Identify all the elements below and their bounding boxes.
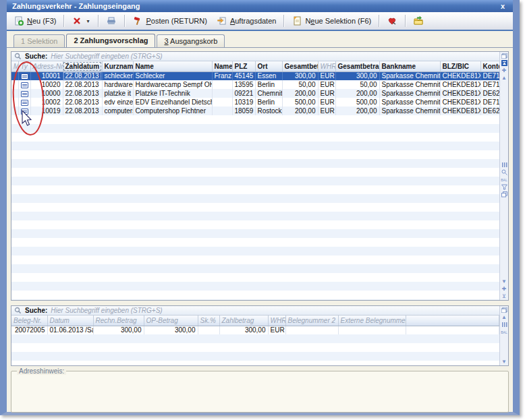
empty-rows-area xyxy=(11,115,499,300)
col-op-betrag: OP-Betrag xyxy=(144,316,198,326)
table-row[interactable]: 10019 22.08.2013 computersh Computershop… xyxy=(11,107,499,115)
payment-proposal-grid: Suche: Hier Suchbegriff eingeben (STRG+S… xyxy=(11,51,509,301)
toolbar-separator xyxy=(124,15,125,27)
col-zahldatum: Zahldatum xyxy=(63,61,102,71)
detail-grid-search[interactable]: Suche: Hier Suchbegriff eingeben (STRG+S… xyxy=(11,306,499,316)
search-placeholder: Hier Suchbegriff eingeben (STRG+S) xyxy=(51,53,162,60)
main-grid-search[interactable]: Suche: Hier Suchbegriff eingeben (STRG+S… xyxy=(11,52,499,61)
outbox-folder-button[interactable] xyxy=(409,13,428,28)
col-beleg-nr: Beleg-Nr. xyxy=(11,316,47,326)
scroll-up-icon[interactable]: ▲ xyxy=(501,313,508,321)
orders-button[interactable]: Auftragsdaten xyxy=(213,13,281,28)
row-up-icon[interactable]: ✚ xyxy=(501,67,508,74)
col-kurzname: Kurzname xyxy=(102,61,133,71)
address-note-content xyxy=(11,377,508,380)
new-selection-button[interactable]: Neue Selektion (F6) xyxy=(287,13,375,28)
main-grid-table: M Ty Adress-Nr. Zahldatum Kurzname Name … xyxy=(11,61,499,115)
payment-type-icon xyxy=(21,91,28,97)
delete-x-icon xyxy=(72,16,82,26)
balance-tool-icon[interactable]: BAL xyxy=(501,328,508,336)
content-panel: Suche: Hier Suchbegriff eingeben (STRG+S… xyxy=(7,47,513,412)
col-externe-belegnummer: Externe Belegnummer xyxy=(338,316,406,326)
titlebar[interactable]: Zahlungsverkehr - Zahlungseingang x xyxy=(7,0,513,12)
tab-zahlungsvorschlag[interactable]: 2 Zahlungsvorschlag xyxy=(66,34,155,48)
detail-grid-sidebar: ▲ BAL ▼ xyxy=(499,306,508,365)
close-button[interactable]: x xyxy=(498,2,507,10)
tab-ausgangskorb[interactable]: 3 Ausgangskorb xyxy=(157,34,225,47)
col-datum: Datum xyxy=(47,316,93,326)
table-row[interactable]: 10000 22.08.2013 platzke it Platzke IT-T… xyxy=(11,89,499,98)
hammer-icon xyxy=(132,16,143,26)
col-plz: PLZ xyxy=(232,61,255,71)
payment-type-icon xyxy=(21,109,28,115)
new-button[interactable]: Neu (F3) xyxy=(9,13,60,28)
table-row[interactable]: 10020 22.08.2013 hardwareca Hardwarecamp… xyxy=(11,80,499,89)
payment-type-icon xyxy=(21,82,28,88)
search-label: Suche: xyxy=(25,307,47,314)
col-belegnummer2: Belegnummer 2 xyxy=(285,316,338,326)
app-window: Zahlungsverkehr - Zahlungseingang x Neu … xyxy=(0,0,520,415)
delete-dropdown[interactable]: ▾ xyxy=(85,18,90,24)
col-m: M xyxy=(11,61,18,71)
tab-bar: 1 Selektion 2 Zahlungsvorschlag 3 Ausgan… xyxy=(7,31,513,47)
grid-columns-popup-icon[interactable] xyxy=(501,52,508,59)
toolbar-separator xyxy=(379,15,379,27)
filter-tool-icon[interactable] xyxy=(501,183,508,191)
print-button[interactable] xyxy=(102,13,121,28)
address-note-label: Adresshinweis: xyxy=(17,367,66,375)
duplicate-view-icon[interactable] xyxy=(501,191,508,198)
main-grid-header-row[interactable]: M Ty Adress-Nr. Zahldatum Kurzname Name … xyxy=(11,61,499,71)
new-page-icon xyxy=(13,16,24,26)
table-row[interactable]: 10002 22.08.2013 edv einzel EDV Einzelha… xyxy=(11,98,499,107)
tab-selektion[interactable]: 1 Selektion xyxy=(13,34,65,47)
post-button[interactable]: Posten (RETURN) xyxy=(128,13,211,28)
folder-icon xyxy=(413,16,424,26)
search-label: Suche: xyxy=(25,53,47,60)
col-gesamtbetrag-euro: Gesamtbetrag Euro xyxy=(335,61,379,71)
delete-button[interactable]: ▾ xyxy=(67,13,94,28)
go-last-row-icon[interactable]: ⊻ xyxy=(501,293,508,300)
col-bankname: Bankname xyxy=(379,61,440,71)
scroll-up-icon[interactable]: ▲ xyxy=(501,74,508,82)
col-ort: Ort xyxy=(255,61,282,71)
col-konto: Konto xyxy=(480,61,499,71)
col-name: Name xyxy=(133,61,212,71)
col-whr: WHR xyxy=(318,61,335,71)
col-zahlbetrag: Zahlbetrag xyxy=(219,316,268,326)
table-row[interactable]: 20072005 01.06.2013 /Sa 300,00 300,00 30… xyxy=(11,326,499,334)
favorites-button[interactable] xyxy=(383,13,402,28)
balance-tool-icon[interactable]: BAL xyxy=(501,176,508,183)
heart-icon xyxy=(387,16,397,26)
row-down-icon[interactable]: ✚ xyxy=(501,285,508,293)
search-icon xyxy=(14,307,22,314)
search-placeholder: Hier Suchbegriff eingeben (STRG+S) xyxy=(51,307,162,314)
detail-grid-table: Beleg-Nr. Datum Rechn.Betrag OP-Betrag S… xyxy=(11,316,499,334)
detail-grid-header-row[interactable]: Beleg-Nr. Datum Rechn.Betrag OP-Betrag S… xyxy=(11,316,499,326)
payment-type-icon xyxy=(21,100,28,106)
col-gesamtbetrag: Gesamtbetrag xyxy=(282,61,318,71)
toolbar: Neu (F3) ▾ Posten (RETURN) Auftrags xyxy=(7,12,513,31)
col-blz-bic: BLZ/BIC xyxy=(440,61,480,71)
main-grid-sidebar: ✚ ▲ BAL ▼ ✚ ⊻ xyxy=(499,52,508,300)
col-whr: WHR xyxy=(268,316,285,326)
col-adress-nr: Adress-Nr. xyxy=(30,61,63,71)
go-first-row-icon[interactable] xyxy=(501,59,508,67)
toolbar-separator xyxy=(405,15,406,27)
search-tool-icon[interactable] xyxy=(501,169,508,176)
table-row[interactable]: 10001 22.08.2013 schlecker Schlecker Fra… xyxy=(11,71,499,80)
column-layout-icon[interactable] xyxy=(501,321,508,328)
open-items-grid: Suche: Hier Suchbegriff eingeben (STRG+S… xyxy=(11,305,509,366)
col-rechn-betrag: Rechn.Betrag xyxy=(93,316,144,326)
scroll-down-icon[interactable]: ▼ xyxy=(501,358,508,365)
col-ty: Ty xyxy=(18,61,30,71)
address-note-box: Adresshinweis: xyxy=(11,371,509,413)
col-name2: Name 2 xyxy=(212,61,232,71)
payment-type-icon xyxy=(21,73,28,80)
column-layout-icon[interactable] xyxy=(501,161,508,169)
window-title: Zahlungsverkehr - Zahlungseingang xyxy=(12,2,498,10)
grid-columns-popup-icon[interactable] xyxy=(501,306,508,313)
scroll-down-icon[interactable]: ▼ xyxy=(501,278,508,285)
order-data-icon xyxy=(217,16,227,26)
col-sk: Sk.% xyxy=(198,316,219,326)
printer-icon xyxy=(106,16,117,26)
